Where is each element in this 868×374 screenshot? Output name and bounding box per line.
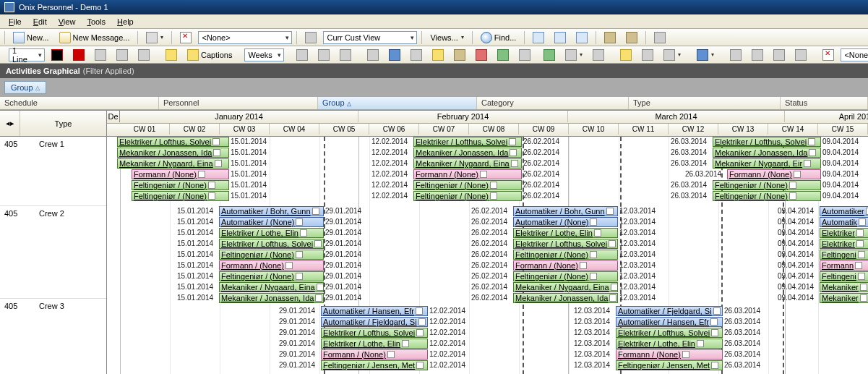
gantt-bar[interactable]: Feltingeniør / (None) bbox=[713, 191, 821, 201]
gantt-bar[interactable]: Elektriker / Lothe, Elin bbox=[513, 228, 618, 238]
gantt-bar[interactable]: Automatiker bbox=[820, 206, 868, 216]
layout1-button[interactable] bbox=[529, 30, 548, 46]
misc2-button[interactable] bbox=[622, 30, 641, 46]
gantt-bar[interactable]: Formann / (None) bbox=[616, 349, 723, 360]
gantt-bar[interactable]: Feltingeniør / (None) bbox=[513, 250, 618, 260]
gantt-bar[interactable]: Mekaniker / Jonassen, Ida bbox=[117, 148, 229, 158]
col-group[interactable]: Group △ bbox=[318, 97, 477, 109]
percent-button[interactable] bbox=[91, 47, 110, 63]
people4-button[interactable] bbox=[791, 47, 810, 63]
gantt-bar[interactable]: Feltingeniør / (None) bbox=[132, 191, 229, 201]
gantt-bar[interactable]: Automatiker / Bohr, Gunn bbox=[219, 206, 324, 216]
flag-black-button[interactable] bbox=[48, 47, 66, 63]
views-button[interactable]: Views...▾ bbox=[426, 31, 467, 44]
gantt-bar[interactable]: Elektriker / Lofthus, Solvei bbox=[117, 137, 229, 147]
type-header[interactable]: Type bbox=[20, 111, 106, 136]
print-button[interactable]: ▾ bbox=[142, 30, 167, 46]
tool3-button[interactable] bbox=[472, 47, 491, 63]
crew-row[interactable]: 405Crew 2 bbox=[0, 206, 106, 299]
gantt-bar[interactable]: Mekaniker / Jonassen, Ida bbox=[219, 293, 324, 303]
gantt-bar[interactable]: Mekaniker / Nygaard, Eina bbox=[413, 158, 522, 169]
new-button[interactable]: New... bbox=[9, 30, 53, 46]
gantt-bar[interactable]: Automatiker / Hansen, Efr bbox=[321, 306, 428, 316]
zoom-out-button[interactable] bbox=[293, 47, 311, 63]
grid-button[interactable] bbox=[385, 47, 404, 63]
col-personnel[interactable]: Personnel bbox=[159, 97, 318, 109]
crew-row[interactable]: 405Crew 3 bbox=[0, 299, 106, 374]
attach-button[interactable]: ▾ bbox=[660, 47, 684, 63]
tool5-button[interactable] bbox=[515, 47, 534, 63]
gantt-bar[interactable]: Automatiker / (None) bbox=[513, 217, 618, 227]
gantt-bar[interactable]: Formann bbox=[820, 260, 868, 271]
gantt-bar[interactable]: Elektriker / Lofthus, Solvei bbox=[219, 239, 324, 249]
gantt-bar[interactable]: Feltingeni bbox=[820, 250, 868, 260]
gantt-bar[interactable]: Automatiker / (None) bbox=[219, 217, 324, 227]
gantt-bar[interactable]: Elektriker / Lofthus, Solvei bbox=[321, 328, 428, 338]
zoom-in-button[interactable] bbox=[314, 47, 333, 63]
menu-edit[interactable]: Edit bbox=[27, 17, 53, 26]
chain-button[interactable] bbox=[134, 47, 153, 63]
captions-button[interactable]: Captions bbox=[184, 47, 236, 63]
view-dropdown[interactable]: Curr Cust View bbox=[323, 31, 417, 44]
filter-dropdown-1[interactable]: <None> bbox=[198, 31, 292, 44]
gantt-bar[interactable]: Automatiker / Fjeldgard, Si bbox=[321, 317, 428, 327]
col-schedule[interactable]: Schedule bbox=[0, 97, 159, 109]
r2-button[interactable]: ▾ bbox=[562, 47, 586, 63]
find-button[interactable]: Find... bbox=[477, 30, 520, 46]
col-status[interactable]: Status bbox=[781, 97, 868, 109]
r4-button[interactable] bbox=[616, 47, 635, 63]
gantt-bar[interactable]: Feltingeniør / (None) bbox=[413, 191, 522, 201]
gantt-bar[interactable]: Formann / (None) bbox=[321, 349, 428, 360]
link-button[interactable] bbox=[113, 47, 132, 63]
gantt-bar[interactable]: Feltingeniør / Jensen, Met bbox=[321, 360, 428, 370]
right-dropdown[interactable]: <None> bbox=[841, 48, 868, 61]
gantt-bar[interactable]: Formann / (None) bbox=[132, 169, 229, 179]
gantt-bar[interactable]: Elektriker / Lothe, Elin bbox=[219, 228, 324, 238]
gantt-bar[interactable]: Mekaniker / Nygaard, Eina bbox=[117, 158, 229, 169]
col-category[interactable]: Category bbox=[477, 97, 629, 109]
gantt-bar[interactable]: Feltingeniør / (None) bbox=[219, 250, 324, 260]
gantt-bar[interactable]: Mekaniker bbox=[820, 282, 868, 292]
people2-button[interactable] bbox=[748, 47, 767, 63]
line-dropdown[interactable]: 1 Line bbox=[9, 48, 45, 61]
group-pill[interactable]: Group △ bbox=[4, 81, 46, 94]
lock-button[interactable] bbox=[407, 47, 426, 63]
gantt-bar[interactable]: Feltingeniør / (None) bbox=[132, 180, 229, 190]
gantt-bar[interactable]: Elektriker / Lothe, Elin bbox=[321, 339, 428, 349]
gantt-bar[interactable]: Mekaniker / Nygaard, Eina bbox=[513, 282, 618, 292]
gantt-bar[interactable]: Feltingeniør / (None) bbox=[219, 271, 324, 281]
gantt-bar[interactable]: Formann / (None) bbox=[513, 260, 618, 271]
layout3-button[interactable] bbox=[572, 30, 591, 46]
gantt-bar[interactable]: Formann / (None) bbox=[219, 260, 324, 271]
col-type[interactable]: Type bbox=[629, 97, 781, 109]
x2-button[interactable] bbox=[819, 47, 838, 63]
tool4-button[interactable] bbox=[494, 47, 512, 63]
tool2-button[interactable] bbox=[450, 47, 469, 63]
gantt-bar[interactable]: Elektriker / Lofthus, Solvei bbox=[413, 137, 522, 147]
gantt-bar[interactable]: Automatiker / Bohr, Gunn bbox=[513, 206, 618, 216]
r1-button[interactable] bbox=[540, 47, 559, 63]
pin-button[interactable] bbox=[162, 47, 181, 63]
gantt-bar[interactable]: Mekaniker / Nygaard, Eina bbox=[219, 282, 324, 292]
gantt-bar[interactable]: Elektriker / Lothe, Elin bbox=[616, 339, 723, 349]
people3-button[interactable] bbox=[770, 47, 788, 63]
gantt-bar[interactable]: Automatiker / Hansen, Efr bbox=[616, 317, 723, 327]
gantt-bar[interactable]: Mekaniker / Jonassen, Ida bbox=[713, 148, 821, 158]
gantt-bar[interactable]: Elektriker bbox=[820, 228, 868, 238]
camera-button[interactable]: ▾ bbox=[693, 47, 718, 63]
gantt-bar[interactable]: Automatik bbox=[820, 217, 868, 227]
gantt-bar[interactable]: Elektriker / Lofthus, Solvei bbox=[513, 239, 618, 249]
r5-button[interactable] bbox=[638, 47, 657, 63]
person-button[interactable] bbox=[364, 47, 382, 63]
weeks-dropdown[interactable]: Weeks bbox=[244, 48, 284, 61]
gantt-bar[interactable]: Feltingeniør / Jensen, Met bbox=[616, 360, 723, 370]
new-message-button[interactable]: New Message... bbox=[56, 30, 134, 46]
chart-button[interactable] bbox=[650, 30, 669, 46]
menu-tools[interactable]: Tools bbox=[81, 17, 111, 26]
timeline-body[interactable]: Elektriker / Lofthus, Solvei15.01.201412… bbox=[107, 137, 868, 374]
timeline[interactable]: De January 2014February 2014March 2014Ap… bbox=[107, 111, 868, 374]
gantt-bar[interactable]: Elektriker bbox=[820, 239, 868, 249]
layout2-button[interactable] bbox=[551, 30, 570, 46]
menu-file[interactable]: File bbox=[3, 17, 27, 26]
r3-button[interactable] bbox=[589, 47, 608, 63]
